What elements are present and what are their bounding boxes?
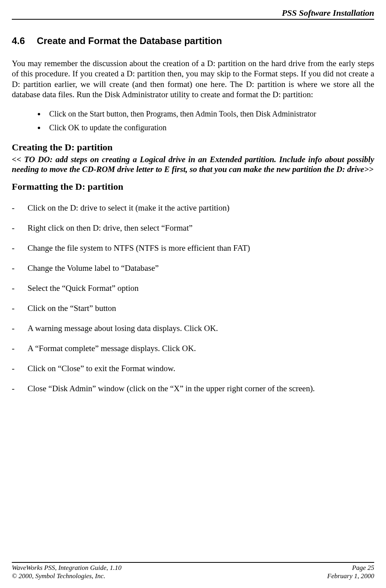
footer-line-1: WaveWorks PSS, Integration Guide, 1.10 P…: [12, 564, 374, 572]
step-item: Click on “Close” to exit the Format wind…: [12, 364, 374, 374]
footer: WaveWorks PSS, Integration Guide, 1.10 P…: [12, 562, 374, 580]
footer-right-1: Page 25: [352, 564, 374, 572]
step-item: Change the Volume label to “Database”: [12, 263, 374, 273]
step-item: Select the “Quick Format” option: [12, 283, 374, 293]
bullet-list: Click on the Start button, then Programs…: [45, 109, 374, 132]
formatting-steps: Click on the D: drive to select it (make…: [12, 203, 374, 394]
step-item: Click on the D: drive to select it (make…: [12, 203, 374, 213]
step-item: A warning message about losing data disp…: [12, 324, 374, 333]
todo-note: << TO DO: add steps on creating a Logica…: [12, 155, 374, 174]
header-divider: [12, 19, 374, 20]
formatting-heading: Formatting the D: partition: [12, 181, 374, 192]
creating-heading: Creating the D: partition: [12, 142, 374, 153]
footer-divider: [12, 562, 374, 563]
step-item: A “Format complete” message displays. Cl…: [12, 344, 374, 353]
bullet-item: Click on the Start button, then Programs…: [45, 109, 374, 118]
step-item: Right click on then D: drive, then selec…: [12, 223, 374, 233]
section-heading: 4.6Create and Format the Database partit…: [12, 35, 374, 46]
step-item: Change the file system to NTFS (NTFS is …: [12, 243, 374, 253]
header-title: PSS Software Installation: [12, 8, 374, 18]
step-item: Click on the “Start” button: [12, 303, 374, 313]
section-number: 4.6: [12, 35, 25, 46]
bullet-item: Click OK to update the configuration: [45, 123, 374, 132]
section-title: Create and Format the Database partition: [37, 35, 222, 46]
intro-paragraph: You may remember the discussion about th…: [12, 58, 374, 100]
footer-left-1: WaveWorks PSS, Integration Guide, 1.10: [12, 564, 122, 572]
step-item: Close “Disk Admin” window (click on the …: [12, 384, 374, 394]
footer-left-2: © 2000, Symbol Technologies, Inc.: [12, 572, 105, 580]
footer-line-2: © 2000, Symbol Technologies, Inc. Februa…: [12, 572, 374, 580]
footer-right-2: February 1, 2000: [327, 572, 374, 580]
